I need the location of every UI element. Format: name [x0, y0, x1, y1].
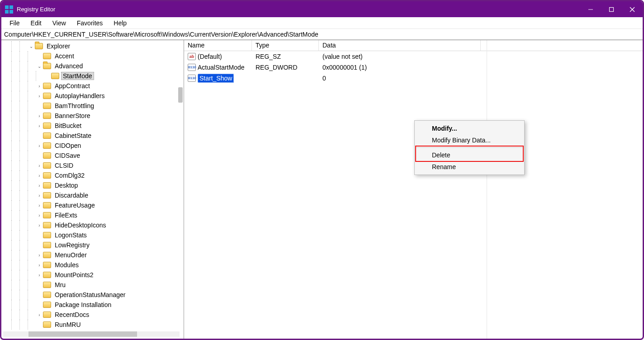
chevron-right-icon[interactable]: › — [36, 193, 43, 198]
tree-item-label: Package Installation — [53, 301, 113, 309]
tree-item-appcontract[interactable]: ›AppContract — [1, 81, 184, 91]
tree-item-operationstatusmanager[interactable]: OperationStatusManager — [1, 290, 184, 300]
tree-horizontal-scrollbar-thumb[interactable] — [28, 331, 137, 337]
address-bar[interactable]: Computer\HKEY_CURRENT_USER\Software\Micr… — [1, 29, 643, 40]
tree-item-startmode[interactable]: StartMode — [1, 71, 184, 81]
chevron-right-icon[interactable]: › — [36, 312, 43, 317]
tree-item-recentdocs[interactable]: ›RecentDocs — [1, 310, 184, 320]
folder-icon — [43, 272, 51, 278]
list-pane[interactable]: Name Type Data ab(Default)REG_SZ(value n… — [184, 40, 643, 339]
folder-icon — [43, 93, 51, 99]
svg-rect-1 — [610, 7, 614, 11]
tree-item-label: LowRegistry — [53, 241, 91, 249]
chevron-right-icon[interactable]: › — [36, 143, 43, 148]
tree-item-package-installation[interactable]: Package Installation — [1, 300, 184, 310]
reg-string-icon: ab — [188, 53, 196, 60]
tree-item-bitbucket[interactable]: ›BitBucket — [1, 121, 184, 131]
tree-item-accent[interactable]: Accent — [1, 51, 184, 61]
chevron-right-icon[interactable]: › — [36, 223, 43, 228]
tree-item-label: AppContract — [53, 82, 92, 90]
tree-item-label: RunMRU — [53, 321, 83, 329]
tree-item-autoplayhandlers[interactable]: ›AutoplayHandlers — [1, 91, 184, 101]
chevron-down-icon[interactable]: ⌄ — [28, 44, 35, 49]
tree-item-cidopen[interactable]: ›CIDOpen — [1, 141, 184, 151]
context-menu-delete[interactable]: Delete — [415, 149, 524, 161]
tree-item-advanced[interactable]: ⌄Advanced — [1, 61, 184, 71]
tree-item-logonstats[interactable]: LogonStats — [1, 230, 184, 240]
context-menu-modify[interactable]: Modify... — [415, 123, 524, 134]
folder-icon — [43, 302, 51, 308]
close-button[interactable] — [622, 1, 643, 17]
value-data: 0 — [319, 75, 481, 82]
context-menu-rename[interactable]: Rename — [415, 161, 524, 173]
column-header-name[interactable]: Name — [184, 40, 252, 51]
tree-item-explorer[interactable]: ⌄Explorer — [1, 41, 184, 51]
tree-item-modules[interactable]: ›Modules — [1, 260, 184, 270]
tree-item-hidedesktopicons[interactable]: ›HideDesktopIcons — [1, 220, 184, 230]
tree-item-label: Explorer — [45, 42, 72, 50]
tree-item-mru[interactable]: Mru — [1, 280, 184, 290]
menu-edit[interactable]: Edit — [25, 18, 47, 28]
tree-item-menuorder[interactable]: ›MenuOrder — [1, 250, 184, 260]
tree-item-clsid[interactable]: ›CLSID — [1, 161, 184, 170]
context-menu-modify-binary-data[interactable]: Modify Binary Data... — [415, 134, 524, 146]
folder-icon — [43, 242, 51, 248]
minimize-button[interactable] — [580, 1, 601, 17]
menu-view[interactable]: View — [47, 18, 71, 28]
reg-binary-icon: 0110 — [188, 75, 196, 82]
folder-icon — [43, 222, 51, 228]
chevron-right-icon[interactable]: › — [36, 213, 43, 218]
tree-item-cabinetstate[interactable]: CabinetState — [1, 131, 184, 141]
menubar: FileEditViewFavoritesHelp — [1, 17, 643, 29]
chevron-right-icon[interactable]: › — [36, 203, 43, 208]
titlebar: Registry Editor — [1, 1, 643, 17]
menu-help[interactable]: Help — [108, 18, 132, 28]
folder-icon — [43, 182, 51, 189]
tree-item-runmru[interactable]: RunMRU — [1, 320, 184, 330]
chevron-right-icon[interactable]: › — [36, 84, 43, 89]
chevron-right-icon[interactable]: › — [36, 253, 43, 258]
tree-item-fileexts[interactable]: ›FileExts — [1, 210, 184, 220]
minimize-icon — [588, 7, 593, 12]
folder-icon — [43, 113, 51, 119]
tree-item-comdlg32[interactable]: ›ComDlg32 — [1, 170, 184, 180]
tree-item-label: Discardable — [53, 191, 90, 199]
tree-item-label: CIDSave — [53, 151, 82, 160]
chevron-right-icon[interactable]: › — [36, 113, 43, 118]
chevron-right-icon[interactable]: › — [36, 123, 43, 128]
chevron-right-icon[interactable]: › — [36, 183, 43, 188]
tree-item-cidsave[interactable]: CIDSave — [1, 151, 184, 161]
context-menu: Modify...Modify Binary Data...DeleteRena… — [414, 120, 525, 175]
folder-icon — [43, 162, 51, 169]
folder-icon — [43, 142, 51, 149]
tree-item-lowregistry[interactable]: LowRegistry — [1, 240, 184, 250]
tree-vertical-scrollbar-thumb[interactable] — [178, 87, 183, 103]
tree-item-desktop[interactable]: ›Desktop — [1, 180, 184, 190]
tree-item-label: AutoplayHandlers — [53, 92, 107, 100]
chevron-right-icon[interactable]: › — [36, 94, 43, 99]
tree-pane[interactable]: ⌄ExplorerAccent⌄AdvancedStartMode›AppCon… — [1, 40, 184, 339]
chevron-right-icon[interactable]: › — [36, 163, 43, 168]
tree-item-bannerstore[interactable]: ›BannerStore — [1, 111, 184, 121]
chevron-right-icon[interactable]: › — [36, 173, 43, 178]
column-header-data[interactable]: Data — [319, 40, 481, 51]
chevron-down-icon[interactable]: ⌄ — [36, 64, 43, 69]
column-header-type[interactable]: Type — [252, 40, 319, 51]
chevron-right-icon[interactable]: › — [36, 273, 43, 278]
folder-icon — [43, 192, 51, 198]
folder-icon — [43, 292, 51, 298]
chevron-right-icon[interactable]: › — [36, 263, 43, 268]
menu-file[interactable]: File — [4, 18, 25, 28]
tree-item-mountpoints2[interactable]: ›MountPoints2 — [1, 270, 184, 280]
maximize-button[interactable] — [601, 1, 622, 17]
list-row[interactable]: 0110Start_Show0 — [184, 73, 643, 84]
list-row[interactable]: 0110ActualStartModeREG_DWORD0x00000001 (… — [184, 62, 643, 73]
tree-horizontal-scrollbar[interactable] — [3, 331, 180, 337]
list-row[interactable]: ab(Default)REG_SZ(value not set) — [184, 51, 643, 62]
tree-item-featureusage[interactable]: ›FeatureUsage — [1, 200, 184, 210]
menu-favorites[interactable]: Favorites — [71, 18, 109, 28]
tree-item-label: Accent — [53, 52, 76, 60]
maximize-icon — [609, 7, 614, 12]
tree-item-discardable[interactable]: ›Discardable — [1, 190, 184, 200]
tree-item-bamthrottling[interactable]: BamThrottling — [1, 101, 184, 111]
